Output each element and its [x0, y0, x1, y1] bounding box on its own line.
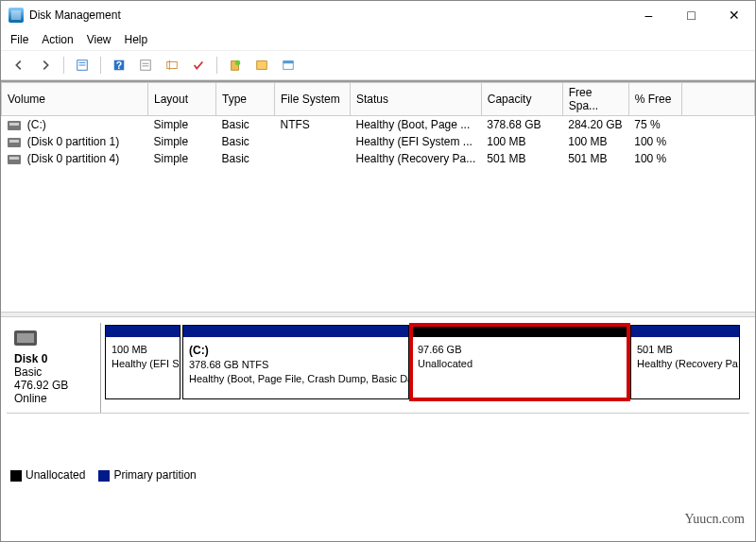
partition-unallocated[interactable]: 97.66 GBUnallocated	[411, 325, 628, 399]
col-type[interactable]: Type	[216, 83, 275, 116]
settings-icon[interactable]	[162, 55, 182, 76]
volume-icon	[8, 138, 21, 147]
col-capacity[interactable]: Capacity	[481, 83, 562, 116]
partition-primary[interactable]: (C:)378.68 GB NTFSHealthy (Boot, Page Fi…	[182, 325, 409, 399]
disk-icon	[14, 330, 37, 346]
col-fs[interactable]: File System	[275, 83, 351, 116]
back-button[interactable]	[9, 55, 29, 76]
legend-unalloc-swatch	[10, 470, 22, 482]
col-spacer	[681, 83, 754, 116]
menu-help[interactable]: Help	[125, 33, 148, 46]
menu-file[interactable]: File	[10, 33, 28, 46]
volume-table[interactable]: Volume Layout Type File System Status Ca…	[1, 82, 755, 167]
app-icon	[9, 8, 24, 23]
col-status[interactable]: Status	[351, 83, 482, 116]
check-icon[interactable]	[188, 55, 209, 76]
disk-size: 476.92 GB	[14, 379, 93, 392]
partition-primary[interactable]: 501 MBHealthy (Recovery Pa	[630, 325, 740, 399]
disk-type: Basic	[14, 365, 93, 379]
menu-view[interactable]: View	[87, 33, 112, 46]
table-row[interactable]: (Disk 0 partition 1)SimpleBasicHealthy (…	[2, 133, 755, 150]
new-icon[interactable]	[225, 55, 246, 76]
svg-rect-14	[284, 61, 294, 64]
legend-unalloc-label: Unallocated	[26, 468, 85, 482]
disk-state: Online	[14, 392, 93, 405]
list-icon[interactable]	[135, 55, 156, 76]
table-row[interactable]: (C:)SimpleBasicNTFSHealthy (Boot, Page .…	[2, 116, 755, 134]
window-title: Disk Management	[29, 8, 627, 22]
svg-rect-8	[167, 62, 178, 69]
disk-row: Disk 0 Basic 476.92 GB Online 100 MBHeal…	[7, 323, 749, 414]
minimize-button[interactable]: –	[627, 1, 670, 29]
forward-button[interactable]	[35, 55, 56, 76]
disk-header[interactable]: Disk 0 Basic 476.92 GB Online	[7, 323, 101, 413]
help-icon[interactable]: ?	[109, 55, 129, 76]
close-button[interactable]: ✕	[713, 1, 755, 29]
titlebar: Disk Management – □ ✕	[1, 1, 755, 29]
svg-rect-12	[257, 61, 267, 70]
legend: Unallocated Primary partition	[10, 468, 197, 482]
volume-icon	[8, 155, 21, 164]
menubar: File Action View Help	[1, 29, 755, 51]
volume-list-pane: Volume Layout Type File System Status Ca…	[1, 80, 755, 312]
col-free[interactable]: Free Spa...	[562, 83, 628, 116]
svg-point-11	[235, 60, 240, 65]
legend-primary-label: Primary partition	[113, 468, 196, 482]
col-layout[interactable]: Layout	[148, 83, 216, 116]
view-icon[interactable]	[278, 55, 299, 76]
partition-icon[interactable]	[251, 55, 272, 76]
svg-text:?: ?	[116, 59, 122, 71]
svg-rect-5	[141, 60, 151, 71]
properties-icon[interactable]	[72, 55, 93, 76]
col-pctfree[interactable]: % Free	[628, 83, 681, 116]
toolbar: ?	[1, 51, 755, 80]
partition-primary[interactable]: 100 MBHealthy (EFI Sy	[105, 325, 180, 399]
watermark: Yuucn.com	[685, 512, 745, 527]
disk-partitions: 100 MBHealthy (EFI Sy(C:)378.68 GB NTFSH…	[101, 323, 749, 413]
legend-primary-swatch	[98, 470, 110, 482]
menu-action[interactable]: Action	[42, 33, 73, 46]
table-row[interactable]: (Disk 0 partition 4)SimpleBasicHealthy (…	[2, 150, 755, 167]
volume-icon	[8, 121, 21, 130]
col-volume[interactable]: Volume	[2, 83, 148, 116]
disk-label: Disk 0	[14, 352, 47, 365]
disk-graph-pane: Disk 0 Basic 476.92 GB Online 100 MBHeal…	[1, 317, 755, 529]
maximize-button[interactable]: □	[670, 1, 713, 29]
